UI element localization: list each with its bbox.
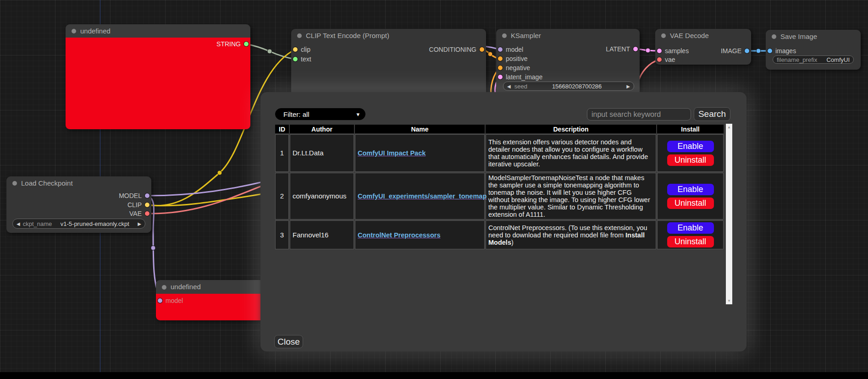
custom-nodes-manager-dialog: Filter: all ▾ Search ID Author Name Desc… <box>260 92 746 352</box>
node-collapse-dot-icon[interactable] <box>661 33 666 38</box>
cell-description: This extension offers various detector n… <box>486 134 656 172</box>
node-collapse-dot-icon[interactable] <box>502 33 507 38</box>
port-label: LATENT <box>606 45 630 53</box>
port-label: CLIP <box>127 201 142 209</box>
port-label: clip <box>301 46 310 53</box>
table-row: 1 Dr.Lt.Data ComfyUI Impact Pack This ex… <box>275 134 724 172</box>
decrement-arrow-icon[interactable]: ◀ <box>17 221 20 226</box>
node-save-image[interactable]: Save Image images filename_prefix ComfyU… <box>766 30 861 70</box>
cell-author: Fannovel16 <box>290 220 354 249</box>
port-label: IMAGE <box>721 47 741 55</box>
node-title: undefined <box>80 27 111 35</box>
col-header-install: Install <box>657 125 724 133</box>
filename-prefix-widget[interactable]: filename_prefix ComfyUI <box>773 55 854 64</box>
enable-button[interactable]: Enable <box>667 184 714 195</box>
node-title: Save Image <box>780 33 817 40</box>
node-ksampler[interactable]: KSampler model positive negative latent_… <box>496 29 640 95</box>
input-port-model[interactable] <box>498 47 503 52</box>
node-clip-text-encode[interactable]: CLIP Text Encode (Prompt) clip text COND… <box>291 29 486 98</box>
link-dot-model[interactable] <box>151 246 155 250</box>
wire-vae-left <box>147 184 266 214</box>
table-header-row: ID Author Name Description Install <box>275 125 724 133</box>
scroll-down-icon[interactable]: ▼ <box>726 299 732 303</box>
widget-value: v1-5-pruned-emaonly.ckpt <box>52 220 138 227</box>
vertical-scrollbar[interactable]: ▲ ▼ <box>726 124 732 304</box>
col-header-name: Name <box>355 125 485 133</box>
enable-button[interactable]: Enable <box>667 141 714 152</box>
input-port-positive[interactable] <box>498 56 503 61</box>
search-input[interactable] <box>587 108 691 121</box>
port-label: negative <box>506 64 530 71</box>
extension-link[interactable]: ComfyUI_experiments/sampler_tonemap <box>358 192 487 200</box>
decrement-arrow-icon[interactable]: ◀ <box>507 84 511 89</box>
node-collapse-dot-icon[interactable] <box>162 285 166 290</box>
col-header-id: ID <box>275 125 289 133</box>
node-collapse-dot-icon[interactable] <box>772 34 776 39</box>
input-port-latent-image[interactable] <box>498 75 503 79</box>
link-dot-string[interactable] <box>267 49 272 54</box>
input-port-negative[interactable] <box>498 66 503 70</box>
node-vae-decode[interactable]: VAE Decode samples vae IMAGE <box>655 29 751 65</box>
widget-value: 156680208700286 <box>527 83 626 90</box>
seed-widget[interactable]: ◀ seed 156680208700286 ▶ <box>503 82 634 91</box>
link-dot-clip[interactable] <box>217 170 222 175</box>
ckpt-name-widget[interactable]: ◀ ckpt_name v1-5-pruned-emaonly.ckpt ▶ <box>12 219 145 229</box>
widget-label: ckpt_name <box>23 220 52 227</box>
enable-button[interactable]: Enable <box>667 222 714 234</box>
input-port-text[interactable] <box>293 57 298 61</box>
uninstall-button[interactable]: Uninstall <box>667 154 714 166</box>
col-header-description: Description <box>486 125 656 133</box>
port-label: latent_image <box>506 73 542 81</box>
link-dot-conditioning[interactable] <box>488 52 492 56</box>
output-port-image[interactable] <box>745 49 749 53</box>
output-port-conditioning[interactable] <box>480 47 484 52</box>
input-port-model[interactable] <box>158 298 162 303</box>
cell-author: comfyanonymous <box>290 173 354 220</box>
extension-link[interactable]: ComfyUI Impact Pack <box>358 149 426 157</box>
output-port-clip[interactable] <box>145 203 149 207</box>
output-port-latent[interactable] <box>633 47 638 51</box>
cell-id: 3 <box>275 220 289 249</box>
comfyui-canvas[interactable]: undefined STRING CLIP Text Encode (Promp… <box>0 0 868 379</box>
input-port-clip[interactable] <box>293 47 298 52</box>
chevron-down-icon: ▾ <box>356 111 359 118</box>
close-button[interactable]: Close <box>274 335 303 348</box>
output-port-vae[interactable] <box>145 211 149 216</box>
link-dot-image[interactable] <box>756 49 761 53</box>
node-load-checkpoint[interactable]: Load Checkpoint MODEL CLIP VAE ◀ ckpt_na… <box>6 176 151 233</box>
port-label: positive <box>506 55 527 62</box>
filter-selected-value: Filter: all <box>283 110 356 118</box>
search-button[interactable]: Search <box>694 107 730 121</box>
cell-author: Dr.Lt.Data <box>290 134 354 172</box>
node-title: VAE Decode <box>670 32 709 39</box>
link-dot-latent[interactable] <box>646 48 650 53</box>
uninstall-button[interactable]: Uninstall <box>667 236 714 247</box>
node-body <box>66 38 250 129</box>
output-port-string[interactable] <box>244 42 249 46</box>
description-text: ControlNet Preprocessors. (To use this e… <box>488 224 647 239</box>
node-collapse-dot-icon[interactable] <box>297 33 302 38</box>
input-port-samples[interactable] <box>657 49 662 53</box>
port-label: vae <box>665 56 675 63</box>
output-port-model[interactable] <box>145 193 149 198</box>
increment-arrow-icon[interactable]: ▶ <box>138 221 141 226</box>
node-collapse-dot-icon[interactable] <box>72 29 76 33</box>
input-port-vae[interactable] <box>657 57 662 62</box>
cell-id: 1 <box>275 134 289 172</box>
increment-arrow-icon[interactable]: ▶ <box>626 84 630 89</box>
uninstall-button[interactable]: Uninstall <box>667 198 714 209</box>
description-text: ) <box>511 239 514 246</box>
table-row: 3 Fannovel16 ControlNet Preprocessors Co… <box>275 220 724 249</box>
port-label: model <box>166 297 183 304</box>
table-row: 2 comfyanonymous ComfyUI_experiments/sam… <box>275 173 724 220</box>
filter-select[interactable]: Filter: all ▾ <box>275 108 365 120</box>
input-port-images[interactable] <box>768 49 772 53</box>
cell-description: ModelSamplerTonemapNoiseTest a node that… <box>486 173 656 220</box>
node-title: Load Checkpoint <box>21 179 73 187</box>
scroll-up-icon[interactable]: ▲ <box>726 125 732 129</box>
node-undefined-top[interactable]: undefined STRING <box>66 24 250 129</box>
node-title: undefined <box>171 283 201 291</box>
extension-link[interactable]: ControlNet Preprocessors <box>358 231 441 239</box>
port-label: VAE <box>129 210 142 217</box>
node-collapse-dot-icon[interactable] <box>12 181 17 186</box>
